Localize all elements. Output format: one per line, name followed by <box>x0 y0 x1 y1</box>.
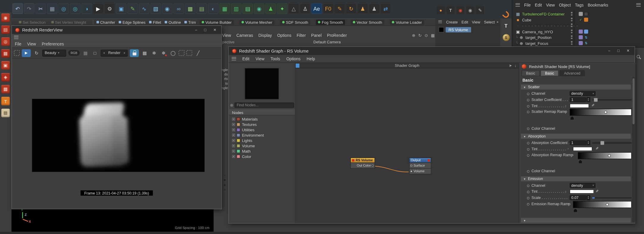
ramp-knot[interactable] <box>604 111 607 114</box>
section-scatter[interactable]: ▼Scatter <box>521 85 631 90</box>
anim-dot[interactable] <box>527 154 529 156</box>
ramp-knot[interactable] <box>608 154 611 157</box>
frame-zero-icon[interactable]: F0 <box>323 3 334 14</box>
visibility-dots[interactable] <box>571 35 572 39</box>
pen-tool-icon[interactable]: ✎ <box>127 3 138 14</box>
fog-smooth-button[interactable]: Fog Smooth <box>316 20 345 25</box>
object-manager-menu-item[interactable]: Object <box>559 3 571 7</box>
renderview-menu-item[interactable]: Preferences <box>42 42 64 46</box>
expand-arrow-icon[interactable]: › <box>564 110 566 113</box>
surface-port[interactable] <box>410 165 412 167</box>
category-volume[interactable]: Volume <box>229 143 295 148</box>
expand-arrow-icon[interactable]: › <box>565 104 566 107</box>
viewport-canvas[interactable]: Y Z X Grid Spacing : 100 cm <box>12 207 214 232</box>
out-color-port[interactable] <box>372 165 374 167</box>
fillet-button[interactable]: Fillet <box>149 20 161 24</box>
phong-tag-icon[interactable] <box>584 18 588 22</box>
anim-dot[interactable] <box>527 191 529 193</box>
find-nodes-input[interactable] <box>235 102 294 108</box>
trim-button[interactable]: Trim <box>185 20 196 24</box>
category-environment[interactable]: Environment <box>229 132 295 138</box>
expand-icon[interactable] <box>232 155 235 158</box>
vector-smooth-button[interactable]: Vector Smooth <box>351 20 384 25</box>
object-row-separator[interactable]: · - - - - - - - - - - - - - - - - - - <box>516 23 644 28</box>
visibility-dots[interactable] <box>571 23 572 27</box>
renderview-menu-item[interactable]: View <box>27 42 36 46</box>
walk-cycle-icon[interactable]: ♟ <box>357 3 368 14</box>
volume-port[interactable] <box>410 170 412 172</box>
scatter-coefficient-input[interactable]: 1 <box>570 97 586 102</box>
undo-icon[interactable]: ↶ <box>12 3 23 14</box>
edge-splines-button[interactable]: Edge Splines <box>119 20 146 24</box>
absorption-tint-swatch[interactable] <box>573 147 592 151</box>
marquee-add-icon[interactable] <box>187 50 192 56</box>
render-nav-dropdown[interactable]: ◂Render▸ <box>101 49 128 56</box>
emission-tint-swatch[interactable] <box>570 189 594 194</box>
start-render-button[interactable]: ▶ <box>22 49 31 57</box>
render-canvas[interactable]: Frame 13: 2021-04-27 03:50:19 (1.39s) <box>12 59 222 209</box>
xpresso-tag-icon[interactable] <box>579 41 583 45</box>
anim-dot[interactable] <box>527 184 529 187</box>
cache-tag-icon[interactable] <box>579 12 583 16</box>
container-tag-icon[interactable] <box>584 12 588 16</box>
preset-red-icon-1[interactable]: ◉ <box>1 14 10 22</box>
refresh-icon[interactable]: ↻ <box>33 49 40 57</box>
spinner-buttons[interactable]: ▲▼ <box>587 195 590 200</box>
category-textures[interactable]: Textures <box>229 122 295 127</box>
object-label[interactable]: Camera_rig_HYO <box>522 29 553 34</box>
zoom-icon[interactable]: ⊙ <box>425 33 428 38</box>
section-emission[interactable]: ▼Emission <box>521 176 631 181</box>
boole-icon[interactable]: ◐ <box>208 3 219 14</box>
viewport-menu-item[interactable]: Display <box>258 33 272 39</box>
character-icon[interactable]: ♟ <box>265 3 276 14</box>
walk-cycle-alt-icon[interactable]: ♟ <box>369 3 379 14</box>
snapshot-compare-icon[interactable]: ❄ <box>160 49 167 57</box>
absorption-remap-ramp[interactable] <box>578 152 632 159</box>
eyedropper-icon[interactable]: ✎ <box>596 146 599 151</box>
weight-tool-icon[interactable]: △ <box>288 3 299 14</box>
renderview-titlebar[interactable]: Redshift RenderView – □ ✕ <box>12 26 222 34</box>
category-lights[interactable]: Lights <box>229 138 295 143</box>
expand-icon[interactable] <box>232 118 235 121</box>
close-button[interactable]: ✕ <box>213 28 216 32</box>
minimize-button[interactable]: – <box>195 28 197 32</box>
category-materials[interactable]: Materials <box>229 116 295 122</box>
renderview-menu-icon[interactable] <box>14 36 18 39</box>
s-badge-icon[interactable]: S <box>502 34 509 41</box>
emission-remap-ramp[interactable] <box>573 201 632 208</box>
volume-builder-icon[interactable]: ▦ <box>219 3 230 14</box>
section-absorption[interactable]: ▼Absorption <box>521 134 631 139</box>
layout-menu-icon[interactable] <box>636 3 641 7</box>
preset-red-icon-5[interactable]: ▣ <box>1 61 10 70</box>
spinner-buttons[interactable]: ▲▼ <box>587 140 590 145</box>
search-icon[interactable] <box>637 55 640 58</box>
viewport-menu-item[interactable]: Panel <box>311 33 322 39</box>
object-row-target-position[interactable]: └ ⊕ target_Position ⇅ <box>516 34 644 40</box>
orange-t-icon[interactable]: T <box>1 97 10 105</box>
expand-icon[interactable] <box>232 123 235 126</box>
emission-channel-dropdown[interactable]: density▾ <box>570 183 596 188</box>
ramp-knot[interactable] <box>606 203 609 206</box>
object-row-target-focus[interactable]: └ ⊕ target_Focus ⇅ <box>516 40 644 46</box>
expand-icon[interactable] <box>232 150 235 153</box>
preset-red-icon-6[interactable]: ◈ <box>1 73 10 82</box>
tab-basic-1[interactable]: Basic <box>522 70 540 76</box>
object-label[interactable]: TurbulenceFD Container <box>522 12 565 16</box>
scatter-tint-swatch[interactable] <box>570 104 589 108</box>
object-label[interactable]: target_Focus <box>525 41 548 45</box>
expand-icon[interactable] <box>232 139 235 142</box>
anim-dot[interactable] <box>527 93 529 95</box>
shader-graph-menu-item[interactable]: Tools <box>271 56 280 61</box>
object-row-camera-rig[interactable]: ▣ Camera_rig_HYO <box>516 29 644 34</box>
visibility-dots[interactable] <box>571 41 572 45</box>
volume-smooth-icon[interactable]: ▤ <box>242 3 253 14</box>
lock-icon[interactable] <box>130 49 139 57</box>
anim-dot[interactable] <box>527 105 529 107</box>
render-settings-gear-icon[interactable]: ⚙ <box>104 3 115 14</box>
object-manager-menu-item[interactable]: View <box>546 3 555 7</box>
pose-icon[interactable]: ♙ <box>300 3 310 14</box>
expand-arrow-icon[interactable]: › <box>573 153 574 156</box>
close-button[interactable]: ✕ <box>626 49 629 53</box>
clear-search-icon[interactable]: ⊗ <box>230 103 234 107</box>
array-icon[interactable]: ▤ <box>196 3 207 14</box>
